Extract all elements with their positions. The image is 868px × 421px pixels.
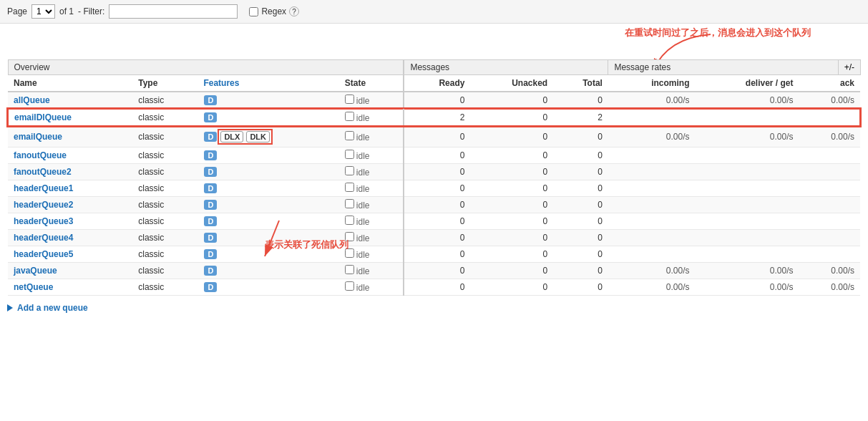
queue-ready: 0 xyxy=(404,126,470,147)
queue-ack xyxy=(799,109,860,126)
queue-features: D xyxy=(198,164,338,180)
queue-type: classic xyxy=(132,246,198,263)
queue-incoming xyxy=(608,109,696,126)
queue-name[interactable]: fanoutQueue xyxy=(8,147,132,164)
queue-ready: 0 xyxy=(404,92,470,109)
col-ack: ack xyxy=(799,75,860,92)
queue-ready: 0 xyxy=(404,147,470,164)
queue-unacked: 0 xyxy=(470,213,553,230)
queue-incoming xyxy=(608,147,696,164)
plus-minus-button[interactable]: +/- xyxy=(838,59,861,75)
queue-total: 0 xyxy=(553,164,608,180)
table-row[interactable]: fanoutQueue2classicDidle000 xyxy=(8,164,860,180)
queue-state: idle xyxy=(339,197,404,213)
queue-ack xyxy=(799,246,860,263)
queue-state: idle xyxy=(339,263,404,279)
table-row[interactable]: fanoutQueueclassicDidle000 xyxy=(8,147,860,164)
queue-features: D xyxy=(198,197,338,213)
queue-type: classic xyxy=(132,263,198,279)
queue-total: 0 xyxy=(553,246,608,263)
queue-incoming: 0.00/s xyxy=(608,92,696,109)
queue-ready: 0 xyxy=(404,197,470,213)
table-row[interactable]: headerQueue2classicDidle000 xyxy=(8,197,860,213)
queue-unacked: 0 xyxy=(470,164,553,180)
queue-name[interactable]: headerQueue2 xyxy=(8,197,132,213)
queue-name[interactable]: allQueue xyxy=(8,92,132,109)
queue-type: classic xyxy=(132,197,198,213)
queue-incoming: 0.00/s xyxy=(608,279,696,296)
table-row[interactable]: netQueueclassicDidle0000.00/s0.00/s0.00/… xyxy=(8,279,860,296)
queue-incoming: 0.00/s xyxy=(608,126,696,147)
queue-total: 0 xyxy=(553,279,608,296)
queue-ready: 0 xyxy=(404,263,470,279)
table-row[interactable]: headerQueue1classicDidle000 xyxy=(8,180,860,197)
add-queue-section[interactable]: Add a new queue xyxy=(7,303,861,313)
regex-label: Regex xyxy=(261,6,286,16)
section-header-row: Overview Messages Message rates xyxy=(8,60,860,75)
col-ready: Ready xyxy=(404,75,470,92)
queue-type: classic xyxy=(132,147,198,164)
queue-total: 2 xyxy=(553,109,608,126)
queue-deliver-get xyxy=(696,147,799,164)
queue-name[interactable]: emailQueue xyxy=(8,126,132,147)
column-header-row: Name Type Features State Ready Unacked T… xyxy=(8,75,860,92)
queue-name[interactable]: fanoutQueue2 xyxy=(8,164,132,180)
queue-unacked: 0 xyxy=(470,230,553,246)
regex-checkbox[interactable] xyxy=(249,7,258,16)
queue-ack: 0.00/s xyxy=(799,126,860,147)
table-row[interactable]: emailQueueclassicDDLXDLKidle0000.00/s0.0… xyxy=(8,126,860,147)
queue-total: 0 xyxy=(553,213,608,230)
queue-name[interactable]: netQueue xyxy=(8,279,132,296)
queue-unacked: 0 xyxy=(470,197,553,213)
table-row[interactable]: headerQueue3classicDidle000 xyxy=(8,213,860,230)
queue-features: D xyxy=(198,263,338,279)
top-bar: Page 1 of 1 - Filter: Regex ? xyxy=(0,0,868,24)
queue-type: classic xyxy=(132,164,198,180)
annotation-top: 在重试时间过了之后，消息会进入到这个队列 xyxy=(625,26,811,39)
of-label: of 1 xyxy=(59,6,74,16)
queue-ack: 0.00/s xyxy=(799,263,860,279)
queue-state: idle xyxy=(339,147,404,164)
queue-name[interactable]: emailDlQueue xyxy=(8,109,132,126)
table-row[interactable]: javaQueueclassicDidle0000.00/s0.00/s0.00… xyxy=(8,263,860,279)
queue-state: idle xyxy=(339,279,404,296)
queue-deliver-get xyxy=(696,230,799,246)
queue-deliver-get: 0.00/s xyxy=(696,126,799,147)
queue-state: idle xyxy=(339,246,404,263)
queue-name[interactable]: headerQueue5 xyxy=(8,246,132,263)
filter-input[interactable] xyxy=(109,4,238,19)
page-select[interactable]: 1 xyxy=(31,4,55,19)
triangle-icon xyxy=(7,304,13,311)
queue-deliver-get: 0.00/s xyxy=(696,263,799,279)
queue-name[interactable]: headerQueue3 xyxy=(8,213,132,230)
queue-type: classic xyxy=(132,109,198,126)
queue-unacked: 0 xyxy=(470,109,553,126)
table-row[interactable]: emailDlQueueclassicDidle202 xyxy=(8,109,860,126)
queue-incoming xyxy=(608,197,696,213)
queue-state: idle xyxy=(339,230,404,246)
queue-deliver-get xyxy=(696,197,799,213)
messages-section-header: Messages xyxy=(404,60,608,75)
col-total: Total xyxy=(553,75,608,92)
queue-incoming: 0.00/s xyxy=(608,263,696,279)
queue-name[interactable]: javaQueue xyxy=(8,263,132,279)
queue-name[interactable]: headerQueue1 xyxy=(8,180,132,197)
queue-ack xyxy=(799,180,860,197)
queue-deliver-get xyxy=(696,246,799,263)
queue-total: 0 xyxy=(553,126,608,147)
queue-ready: 0 xyxy=(404,230,470,246)
col-unacked: Unacked xyxy=(470,75,553,92)
table-row[interactable]: headerQueue5classicDidle000 xyxy=(8,246,860,263)
message-rates-section-header: Message rates xyxy=(608,60,860,75)
queue-features: D xyxy=(198,213,338,230)
col-deliver-get: deliver / get xyxy=(696,75,799,92)
queue-unacked: 0 xyxy=(470,246,553,263)
queue-type: classic xyxy=(132,213,198,230)
table-row[interactable]: headerQueue4classicDidle000 xyxy=(8,230,860,246)
queue-state: idle xyxy=(339,126,404,147)
help-icon[interactable]: ? xyxy=(289,6,299,16)
table-row[interactable]: allQueueclassicDidle0000.00/s0.00/s0.00/… xyxy=(8,92,860,109)
queue-features: D xyxy=(198,180,338,197)
queue-unacked: 0 xyxy=(470,263,553,279)
queue-name[interactable]: headerQueue4 xyxy=(8,230,132,246)
